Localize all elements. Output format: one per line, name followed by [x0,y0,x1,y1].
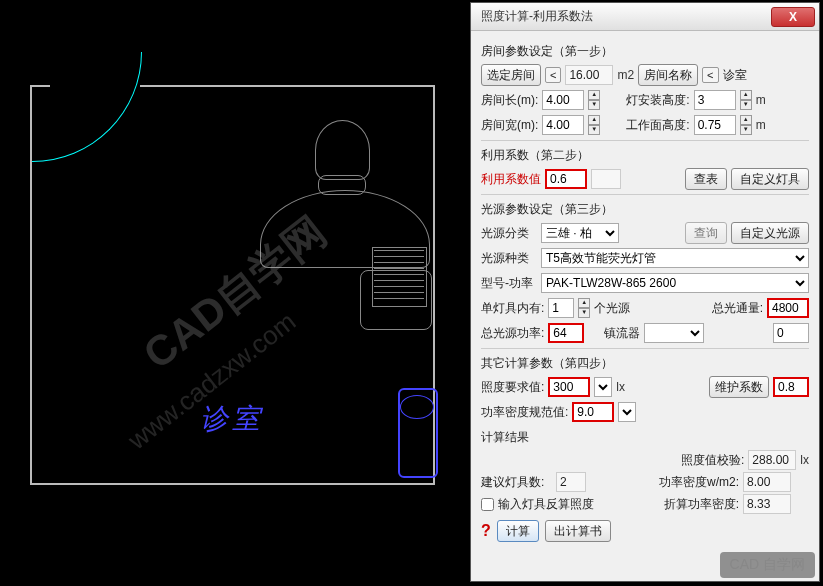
dialog-title: 照度计算-利用系数法 [475,8,771,25]
step4-heading: 其它计算参数（第四步） [481,355,809,372]
room-name-value: 诊室 [723,67,747,84]
query-button[interactable]: 查询 [685,222,727,244]
room-w-spinner[interactable]: ▲▼ [588,115,600,135]
source-type-label: 光源种类 [481,250,537,267]
install-h-unit: m [756,93,766,107]
density-label: 功率密度规范值: [481,404,568,421]
total-power-input[interactable] [548,323,584,343]
room-w-input[interactable] [542,115,584,135]
lux-check-label: 照度值校验: [681,452,744,469]
step3-heading: 光源参数设定（第三步） [481,201,809,218]
lux-check-value: 288.00 [748,450,796,470]
area-unit: m2 [617,68,634,82]
flux-input[interactable] [767,298,809,318]
work-height-spinner[interactable]: ▲▼ [740,115,752,135]
furniture-chair [315,120,370,180]
room-len-spinner[interactable]: ▲▼ [588,90,600,110]
ballast-input[interactable] [773,323,809,343]
lux-req-label: 照度要求值: [481,379,544,396]
help-button[interactable]: ? [481,522,491,540]
room-name-button[interactable]: 房间名称 [638,64,698,86]
per-lamp-label: 单灯具内有: [481,300,544,317]
suggest-value: 2 [556,472,586,492]
coef-extra [591,169,621,189]
room-len-input[interactable] [542,90,584,110]
coef-input[interactable] [545,169,587,189]
brand-watermark: CAD 自学网 [720,552,815,578]
per-lamp-unit: 个光源 [594,300,630,317]
install-height-spinner[interactable]: ▲▼ [740,90,752,110]
disc-pd-value: 8.33 [743,494,791,514]
source-class-label: 光源分类 [481,225,537,242]
work-height-label: 工作面高度: [626,117,689,134]
work-height-input[interactable] [694,115,736,135]
step1-heading: 房间参数设定（第一步） [481,43,809,60]
suggest-label: 建议灯具数: [481,474,556,491]
room-w-label: 房间宽(m): [481,117,538,134]
input-lamp-label: 输入灯具反算照度 [498,496,594,513]
room-area-value: 16.00 [565,65,613,85]
name-less-button[interactable]: < [702,67,718,83]
install-height-input[interactable] [694,90,736,110]
custom-source-button[interactable]: 自定义光源 [731,222,809,244]
room-label-text: 诊室 [200,400,264,438]
flux-label: 总光通量: [712,300,763,317]
furniture-cabinet-lines [374,250,424,304]
pd-value: 8.00 [743,472,791,492]
furniture-bed-pillow [400,395,434,419]
per-lamp-spinner[interactable]: ▲▼ [578,298,590,318]
total-power-label: 总光源功率: [481,325,544,342]
area-less-button[interactable]: < [545,67,561,83]
per-lamp-input[interactable] [548,298,574,318]
lighting-calc-dialog: 照度计算-利用系数法 X 房间参数设定（第一步） 选定房间 < 16.00 m2… [470,2,820,582]
maint-button[interactable]: 维护系数 [709,376,769,398]
disc-pd-label: 折算功率密度: [664,496,739,513]
maint-input[interactable] [773,377,809,397]
model-power-select[interactable]: PAK-TLW28W-865 2600 [541,273,809,293]
lux-unit: lx [616,380,625,394]
work-h-unit: m [756,118,766,132]
close-button[interactable]: X [771,7,815,27]
source-class-select[interactable]: 三雄 · 柏 [541,223,619,243]
custom-lamp-button[interactable]: 自定义灯具 [731,168,809,190]
results-heading: 计算结果 [481,429,809,446]
input-lamp-checkbox[interactable] [481,498,494,511]
coef-label: 利用系数值 [481,171,541,188]
lux-check-unit: lx [800,453,809,467]
cad-canvas[interactable]: 诊室 CAD自学网 www.cadzxw.com [0,0,470,586]
calculate-button[interactable]: 计算 [497,520,539,542]
density-dropdown[interactable] [618,402,636,422]
select-room-button[interactable]: 选定房间 [481,64,541,86]
dialog-titlebar[interactable]: 照度计算-利用系数法 X [471,3,819,31]
ballast-label: 镇流器 [604,325,640,342]
density-input[interactable] [572,402,614,422]
install-height-label: 灯安装高度: [626,92,689,109]
lux-req-input[interactable] [548,377,590,397]
model-power-label: 型号-功率 [481,275,537,292]
source-type-select[interactable]: T5高效节能荧光灯管 [541,248,809,268]
room-len-label: 房间长(m): [481,92,538,109]
pd-label: 功率密度w/m2: [659,474,739,491]
lookup-button[interactable]: 查表 [685,168,727,190]
lux-req-dropdown[interactable] [594,377,612,397]
step2-heading: 利用系数（第二步） [481,147,809,164]
export-report-button[interactable]: 出计算书 [545,520,611,542]
ballast-select[interactable] [644,323,704,343]
